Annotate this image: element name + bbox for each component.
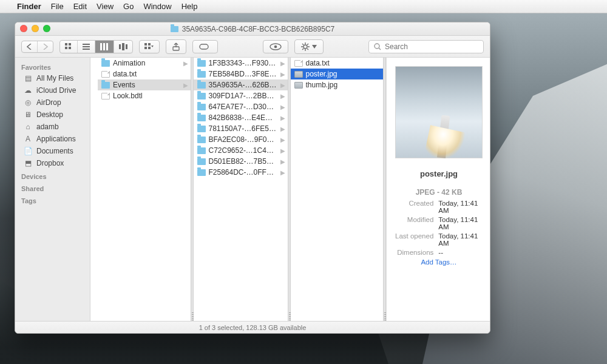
nav-back-forward [21,41,53,53]
preview-created-value: Today, 11:41 AM [438,200,483,214]
menu-help[interactable]: Help [181,2,198,11]
folder-icon [197,126,206,132]
sidebar-item-label: Documents [36,147,73,155]
toolbar [15,36,490,58]
column-resize-handle[interactable] [384,312,386,321]
column-2: data.txtposter.jpgthumb.jpg [291,58,387,321]
chevron-right-icon: ▶ [280,136,285,143]
svg-rect-8 [103,43,105,50]
file-name: 7EB584BD…3F8E75DB4 [209,70,277,78]
column-resize-handle[interactable] [192,312,194,321]
search-input[interactable] [385,42,478,51]
file-row[interactable]: C72C9652-…1C4B04390▶ [194,145,289,156]
column-resize-handle[interactable] [289,312,291,321]
preview-modified-label: Modified [395,216,433,231]
preview-opened-value: Today, 11:41 AM [438,232,483,247]
folder-icon [197,104,206,110]
document-icon [101,71,110,78]
file-name: 35A9635A-…626B895C7 [209,81,277,89]
file-row[interactable]: BFA2EC08-…9F099D765▶ [194,134,289,145]
svg-rect-5 [83,46,90,47]
view-column-button[interactable] [95,41,114,53]
chevron-right-icon: ▶ [280,147,285,154]
file-name: 647EA7E7-…D3088B0BF [209,103,277,111]
sidebar: Favorites ▤All My Files☁iCloud Drive◎Air… [15,58,90,321]
file-row[interactable]: Look.bdtl [98,90,192,101]
menu-window[interactable]: Window [143,2,171,11]
sidebar-item-label: Applications [36,135,76,143]
chevron-right-icon: ▶ [280,169,285,176]
svg-line-29 [302,49,304,50]
add-tags-link[interactable]: Add Tags… [421,258,456,266]
svg-rect-13 [144,43,147,46]
file-row[interactable]: F25864DC-…0FFC90DE▶ [194,167,289,178]
titlebar[interactable]: 35A9635A-C96B-4C8F-BCC3-BCB626B895C7 [15,22,490,36]
folder-icon [197,147,206,154]
sidebar-item-label: AirDrop [36,98,61,107]
arrange-button[interactable] [140,41,159,53]
back-button[interactable] [22,41,38,52]
chevron-right-icon: ▶ [280,115,285,121]
folder-icon [171,26,178,32]
window-close-button[interactable] [20,25,27,32]
sidebar-item-home[interactable]: ⌂adamb [15,121,90,133]
file-row[interactable]: thumb.jpg [291,79,385,90]
active-app-name[interactable]: Finder [17,2,41,11]
svg-rect-16 [148,47,151,49]
chevron-right-icon: ▶ [183,60,188,67]
file-row[interactable]: Animation▶ [98,58,192,69]
file-row[interactable]: 842B6838-…E4EC9CC7▶ [194,112,289,123]
sidebar-item-icloud[interactable]: ☁iCloud Drive [15,84,90,96]
sidebar-section-shared: Shared [15,181,90,194]
window-zoom-button[interactable] [43,25,50,32]
sidebar-item-all-my-files[interactable]: ▤All My Files [15,72,90,84]
file-row[interactable]: 7EB584BD…3F8E75DB4▶ [194,69,289,79]
quicklook-button[interactable] [263,40,288,53]
svg-line-31 [379,48,381,50]
menu-view[interactable]: View [97,2,114,11]
menu-file[interactable]: File [51,2,64,11]
file-row[interactable]: data.txt [291,58,385,69]
file-row[interactable]: 781150A7-…6FE5ECCA4▶ [194,123,289,134]
file-name: C72C9652-…1C4B04390 [209,146,277,155]
file-row[interactable]: 309FD1A7-…2BB885776▶ [194,90,289,101]
folder-icon [197,71,206,78]
chevron-right-icon: ▶ [280,82,285,89]
file-row[interactable]: poster.jpg [291,69,385,79]
file-name: 1F3B3343-…F930886CC [209,59,277,67]
all-my-files-icon: ▤ [24,74,32,83]
file-name: Events [113,81,135,89]
view-list-button[interactable] [78,41,95,53]
action-button[interactable] [294,39,324,54]
sidebar-item-documents[interactable]: 📄Documents [15,145,90,157]
sidebar-item-label: iCloud Drive [36,86,76,95]
forward-button[interactable] [38,41,53,52]
share-button[interactable] [166,39,186,54]
view-coverflow-button[interactable] [114,41,132,53]
chevron-right-icon: ▶ [280,104,285,110]
chevron-right-icon: ▶ [280,93,285,99]
file-row[interactable]: 1F3B3343-…F930886CC▶ [194,58,289,69]
search-field[interactable] [368,40,484,53]
preview-pane: poster.jpg JPEG - 42 KB Created Today, 1… [386,58,490,321]
file-row[interactable]: D501EB82-…7B54B1903▶ [194,156,289,167]
view-icon-button[interactable] [60,41,78,53]
preview-filename: poster.jpg [420,169,458,178]
sidebar-item-airdrop[interactable]: ◎AirDrop [15,96,90,109]
menu-edit[interactable]: Edit [73,2,87,11]
sidebar-item-dropbox[interactable]: ⬒Dropbox [15,157,90,169]
svg-rect-6 [83,49,90,50]
folder-icon [197,82,206,89]
tags-button[interactable] [192,40,218,53]
file-name: data.txt [113,70,137,78]
file-row[interactable]: 35A9635A-…626B895C7▶ [194,79,289,90]
file-row[interactable]: data.txt [98,69,192,79]
sidebar-item-desktop[interactable]: 🖥Desktop [15,109,90,121]
file-row[interactable]: Events▶ [98,79,192,90]
menu-go[interactable]: Go [123,2,134,11]
sidebar-item-applications[interactable]: AApplications [15,133,90,145]
file-row[interactable]: 647EA7E7-…D3088B0BF▶ [194,101,289,112]
svg-rect-18 [200,44,208,49]
window-minimize-button[interactable] [32,25,39,32]
search-icon [374,43,381,50]
